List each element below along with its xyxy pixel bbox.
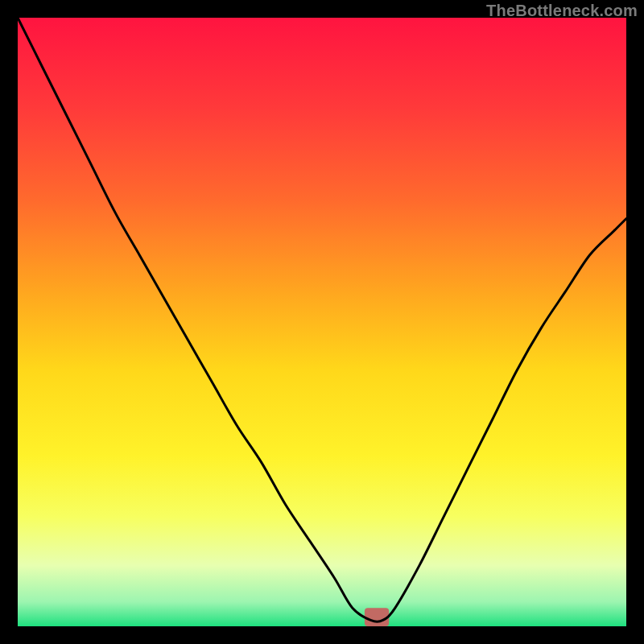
plot-background [18, 18, 626, 626]
chart-svg [0, 0, 644, 644]
chart-stage: TheBottleneck.com [0, 0, 644, 644]
sweet-spot-marker [365, 608, 389, 626]
watermark-label: TheBottleneck.com [486, 2, 638, 20]
